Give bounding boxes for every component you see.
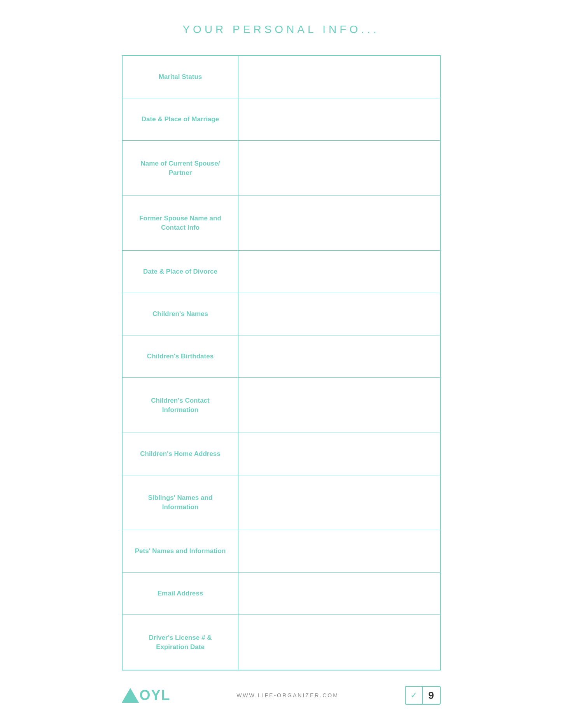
table-label-cell: Children's Names xyxy=(122,293,238,335)
table-value-cell[interactable] xyxy=(238,141,440,196)
table-label-cell: Former Spouse Name andContact Info xyxy=(122,196,238,250)
page-title: YOUR PERSONAL INFO... xyxy=(182,23,379,36)
table-row: Driver's License # &Expiration Date xyxy=(122,615,440,670)
table-row: Siblings' Names andInformation xyxy=(122,475,440,530)
table-value-cell[interactable] xyxy=(238,573,440,615)
table-value-cell[interactable] xyxy=(238,196,440,250)
table-label-cell: Siblings' Names andInformation xyxy=(122,475,238,530)
table-value-cell[interactable] xyxy=(238,615,440,670)
badge-check-icon: ✓ xyxy=(406,687,423,704)
table-value-cell[interactable] xyxy=(238,475,440,530)
logo: OYL xyxy=(122,687,171,704)
table-row: Former Spouse Name andContact Info xyxy=(122,196,440,250)
table-row: Children's ContactInformation xyxy=(122,378,440,433)
table-label-cell: Marital Status xyxy=(122,56,238,98)
table-row: Pets' Names and Information xyxy=(122,530,440,573)
table-label-cell: Children's Birthdates xyxy=(122,335,238,378)
table-label-cell: Date & Place of Marriage xyxy=(122,98,238,141)
table-label-cell: Children's ContactInformation xyxy=(122,378,238,433)
personal-info-table: Marital StatusDate & Place of MarriageNa… xyxy=(122,55,441,670)
table-value-cell[interactable] xyxy=(238,378,440,433)
table-row: Children's Home Address xyxy=(122,433,440,475)
table-label-cell: Name of Current Spouse/Partner xyxy=(122,141,238,196)
footer-url: WWW.LIFE-ORGANIZER.COM xyxy=(236,692,339,698)
table-label-cell: Pets' Names and Information xyxy=(122,530,238,573)
table-label-cell: Driver's License # &Expiration Date xyxy=(122,615,238,670)
table-row: Name of Current Spouse/Partner xyxy=(122,141,440,196)
table-value-cell[interactable] xyxy=(238,530,440,573)
table-row: Children's Names xyxy=(122,293,440,335)
table-value-cell[interactable] xyxy=(238,293,440,335)
table-label-cell: Children's Home Address xyxy=(122,433,238,475)
footer: OYL WWW.LIFE-ORGANIZER.COM ✓ 9 xyxy=(122,686,441,705)
table-label-cell: Date & Place of Divorce xyxy=(122,251,238,293)
table-row: Date & Place of Divorce xyxy=(122,251,440,293)
logo-triangle-icon xyxy=(122,688,139,703)
logo-text: OYL xyxy=(140,687,171,704)
table-value-cell[interactable] xyxy=(238,56,440,98)
table-value-cell[interactable] xyxy=(238,251,440,293)
table-value-cell[interactable] xyxy=(238,433,440,475)
table-label-cell: Email Address xyxy=(122,573,238,615)
table-row: Email Address xyxy=(122,573,440,615)
page-badge: ✓ 9 xyxy=(405,686,441,705)
table-row: Marital Status xyxy=(122,56,440,98)
table-row: Children's Birthdates xyxy=(122,335,440,378)
page: YOUR PERSONAL INFO... Marital StatusDate… xyxy=(0,0,562,728)
badge-number: 9 xyxy=(423,687,440,704)
table-row: Date & Place of Marriage xyxy=(122,98,440,141)
table-value-cell[interactable] xyxy=(238,98,440,141)
table-value-cell[interactable] xyxy=(238,335,440,378)
